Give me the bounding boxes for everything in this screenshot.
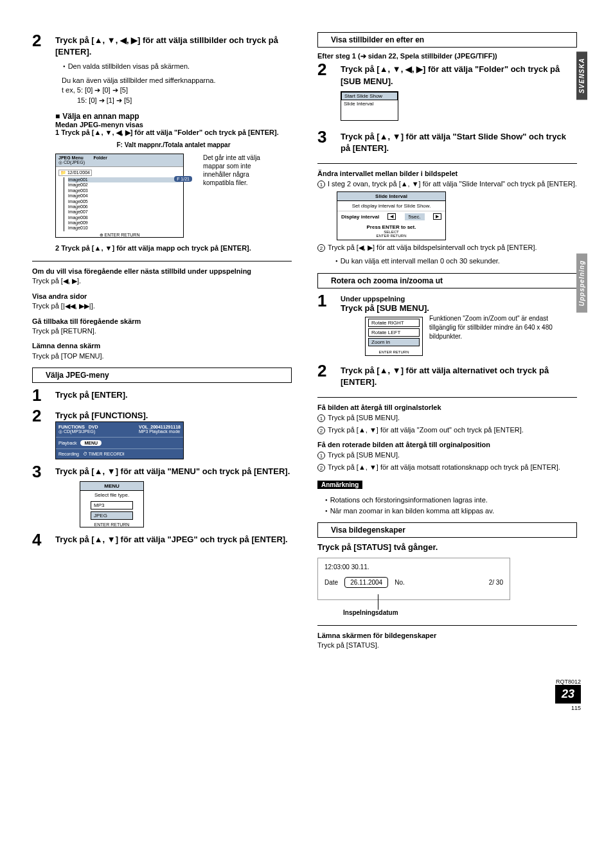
file-item: image001 [68, 177, 181, 182]
step-number: 2 [317, 61, 341, 78]
menu-item: Rotate RIGHT [368, 319, 420, 327]
file-item: image006 [68, 204, 181, 209]
rot-step1: 1Tryck på [SUB MENU]. [317, 450, 577, 460]
left-column: 2 Tryck på [▲, ▼, ◀, ▶] för att välja st… [32, 32, 292, 653]
enter-return-hint: ⊕ ENTER RETURN [58, 233, 181, 238]
file-item: image002 [68, 182, 181, 188]
step-title: Tryck på [▲, ▼] för att välja "MENU" och… [55, 466, 292, 477]
change-interval-heading: Ändra intervallet mellan bilder i bildsp… [317, 169, 577, 179]
press-hint: Press ENTER to set. [367, 224, 416, 230]
tip-heading: Visa andra sidor [32, 292, 292, 301]
page-number: 23 [555, 685, 581, 704]
after-step: Efter steg 1 (➔ sidan 22, Spela stillbil… [317, 51, 577, 61]
enter-return-hint: ENTER RETURN [80, 522, 143, 527]
label: MP3 Playback mode [139, 429, 180, 434]
leave-text: Tryck på [STATUS]. [317, 641, 577, 650]
divider [317, 625, 577, 626]
note-label: Anmärkning [317, 481, 362, 489]
page-footer: RQT8012 23 115 [0, 678, 613, 711]
no-value: 2/ 30 [489, 579, 503, 586]
file-item: image004 [68, 193, 181, 199]
step-title: Tryck på [▲, ▼, ◀, ▶] för att välja "Fol… [341, 64, 577, 87]
row-label: Recording [58, 452, 79, 456]
date-value: 26.11.2004 [344, 577, 388, 588]
status-time: 12:03:00 30.11. [324, 563, 503, 571]
no-label: No. [395, 579, 405, 586]
tip-heading: Om du vill visa föregående eller nästa s… [32, 267, 292, 276]
note-text: När man zoomar in kan bilden komma att k… [324, 506, 577, 516]
menu-item: Start Slide Show [341, 92, 398, 100]
step-1-rotate: 1 Under uppspelning Tryck på [SUB MENU].… [317, 292, 577, 359]
orig-step1: 1Tryck på [SUB MENU]. [317, 413, 577, 423]
step-number: 4 [32, 531, 55, 548]
left-arrow-icon: ◀ [387, 213, 396, 220]
example-line: t ex, 5: [0] ➔ [0] ➔ [5] [62, 85, 292, 95]
step-1-enter: 1 Tryck på [ENTER]. [32, 387, 292, 403]
step-number: 1 [317, 292, 341, 309]
orig-pos-heading: Få den roterade bilden att återgå till o… [317, 440, 577, 450]
label: VOL_200411291118 [139, 425, 181, 429]
step-2-folder-sub: 2 Tryck på [▲, ▼, ◀, ▶] för att välja "F… [317, 61, 577, 124]
orig-size-heading: Få bilden att återgå till orginalstorlek [317, 403, 577, 412]
divider [32, 261, 292, 261]
menu-item: Slide Interval [341, 100, 398, 107]
file-item: image007 [68, 209, 181, 215]
enter-return-hint: ENTER RETURN [366, 349, 422, 355]
rotate-menu-screenshot: Rotate RIGHT Rotate LEFT Zoom in ENTER R… [365, 317, 423, 356]
step-title: Tryck på [FUNCTIONS]. [55, 410, 292, 421]
hdr: Slide Interval [337, 192, 445, 201]
f-label: F: Valt mappnr./Totala antalet mappar [55, 141, 292, 150]
step-3-start-slide: 3 Tryck på [▲, ▼] för att välja "Start S… [317, 128, 577, 154]
step-number: 2 [32, 32, 55, 49]
page-sub-number: 115 [0, 705, 581, 711]
step-title: Tryck på [▲, ▼] för att välja alternativ… [341, 365, 577, 388]
menu-item: Rotate LEFT [368, 328, 420, 337]
heading-select-folder: Välja en annan mapp [55, 112, 292, 121]
zoom-note: Funktionen "Zoom in/Zoom out" är endast … [429, 314, 558, 341]
interval-step2: 2Tryck på [◀, ▶] för att välja bildspels… [317, 243, 577, 252]
functions-screenshot: FUNCTIONS DVD ◎ CD(MP3/JPEG) VOL_2004112… [55, 421, 184, 459]
label: Display interval [341, 214, 379, 220]
file-item: image005 [68, 199, 181, 204]
divider [317, 163, 577, 164]
label: DVD [89, 425, 98, 429]
menu-item: Zoom in [368, 338, 420, 346]
menu-select-screenshot: MENU Select file type. MP3 JPEG ENTER RE… [80, 481, 144, 527]
text: Du kan även välja stillbilder med siffer… [62, 76, 292, 85]
tip-text: Tryck på [TOP MENU]. [32, 351, 292, 361]
tip-heading: Lämna denna skärm [32, 341, 292, 351]
step-number: 3 [317, 128, 341, 145]
enter-return-hint: ENTER RETURN [339, 234, 443, 238]
incompatible-hint: Det går inte att välja mappar som inte i… [203, 154, 280, 187]
step-2-functions: 2 Tryck på [FUNCTIONS]. FUNCTIONS DVD ◎ … [32, 407, 292, 459]
divider [317, 397, 577, 398]
step-title: Tryck på [▲, ▼] för att välja "JPEG" och… [55, 534, 292, 545]
menu-title: JPEG Menu [58, 155, 84, 160]
tip-heading: Gå tillbaka till föregående skärm [32, 317, 292, 326]
rot-step2: 2Tryck på [▲, ▼] för att välja motsatt r… [317, 463, 577, 472]
subheading: Medan JPEG-menyn visas [55, 121, 292, 128]
date-folder: 12/01/2004 [67, 170, 90, 175]
step-number: 2 [317, 362, 341, 379]
right-column: Visa stillbilder en efter en Efter steg … [317, 32, 594, 653]
step-title: Tryck på [SUB MENU]. [341, 303, 577, 314]
tip-text: Tryck på [RETURN]. [32, 326, 292, 336]
jpeg-menu-screenshot: JPEG Menu Folder ◎ CD(JPEG) F 1/21 📁 12/… [55, 154, 184, 238]
row-label: Playback [58, 441, 76, 445]
section-jpeg-menu: Välja JPEG-meny [32, 368, 292, 383]
bullet-text: Den valda stillbilden visas på skärmen. [62, 62, 292, 71]
value: 5sec. [405, 213, 425, 220]
status-heading: Tryck på [STATUS] två gånger. [317, 542, 577, 553]
option-mp3: MP3 [91, 501, 133, 509]
tip-text: Tryck på [◀, ▶]. [32, 276, 292, 286]
section-image-props: Visa bildegenskaper [317, 522, 577, 538]
date-label: Date [324, 579, 338, 586]
step-number: 2 [32, 407, 55, 424]
step-number: 1 [32, 387, 55, 403]
step-title: Tryck på [▲, ▼] för att välja "Start Sli… [341, 131, 577, 154]
interval-note: Du kan välja ett intervall mellan 0 och … [334, 256, 577, 266]
step-title: Tryck på [ENTER]. [55, 389, 292, 401]
step-3-menu: 3 Tryck på [▲, ▼] för att välja "MENU" o… [32, 463, 292, 527]
disc-label: CD(JPEG) [64, 160, 85, 164]
slide-interval-screenshot: Slide Interval Set display interval for … [337, 191, 446, 240]
